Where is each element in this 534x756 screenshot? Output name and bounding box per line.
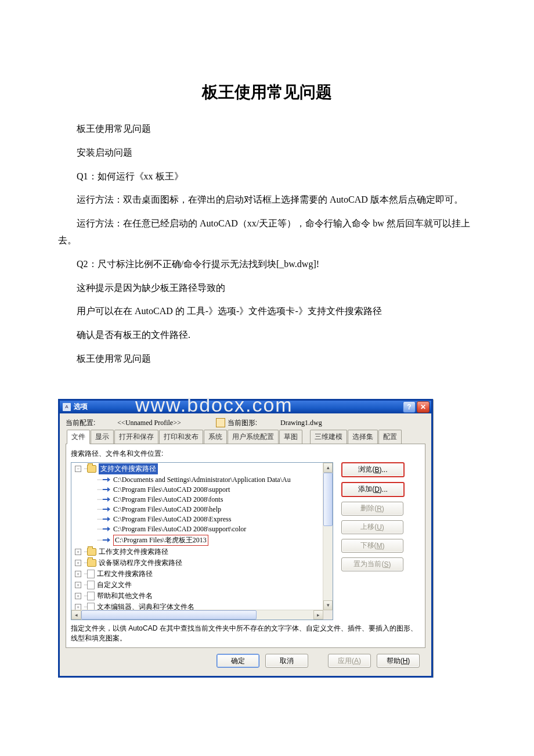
- scroll-left-icon[interactable]: ◂: [71, 610, 81, 620]
- page-title: 板王使用常见问题: [58, 81, 476, 103]
- tree-path[interactable]: C:\Documents and Settings\Administrator\…: [113, 476, 291, 484]
- tree-node-root[interactable]: 支持文件搜索路径: [99, 463, 158, 474]
- horizontal-scrollbar[interactable]: ◂ ▸: [71, 610, 323, 620]
- dialog-title: 选项: [74, 402, 402, 412]
- tab-drafting[interactable]: 草图: [279, 430, 302, 444]
- dialog-titlebar[interactable]: A 选项 ? ✕: [60, 401, 431, 413]
- arrow-icon: [103, 497, 111, 502]
- cancel-button[interactable]: 取消: [265, 654, 308, 668]
- arrow-icon: [103, 527, 111, 531]
- scroll-thumb[interactable]: [323, 473, 333, 526]
- paragraph: Q1：如何运行《xx 板王》: [58, 168, 476, 185]
- tree-path[interactable]: C:\Program Files\AutoCAD 2008\support\co…: [113, 525, 246, 534]
- browse-button[interactable]: 浏览(B)...: [341, 462, 405, 477]
- scroll-up-icon[interactable]: ▴: [323, 463, 333, 473]
- arrow-icon: [103, 487, 111, 492]
- document-icon: [87, 581, 95, 589]
- tab-profiles[interactable]: 配置: [378, 430, 402, 444]
- current-drawing-label: 当前图形:: [228, 418, 257, 428]
- tab-files[interactable]: 文件: [67, 430, 90, 444]
- tab-opensave[interactable]: 打开和保存: [114, 430, 158, 444]
- scroll-down-icon[interactable]: ▾: [323, 600, 333, 610]
- move-up-button[interactable]: 上移(U): [341, 520, 403, 534]
- tab-system[interactable]: 系统: [204, 430, 227, 444]
- add-button[interactable]: 添加(D)...: [341, 482, 405, 497]
- paragraph: Q2：尺寸标注比例不正确/命令行提示无法找到块[_bw.dwg]!: [58, 256, 476, 273]
- tab-userprefs[interactable]: 用户系统配置: [228, 430, 279, 444]
- expand-icon[interactable]: +: [75, 582, 81, 588]
- tree-path[interactable]: C:\Program Files\AutoCAD 2008\support: [113, 485, 230, 494]
- tree-node[interactable]: 自定义文件: [97, 580, 132, 590]
- options-dialog: www.bdocx.com A 选项 ? ✕ 当前配置: <<Unnamed P…: [58, 399, 433, 678]
- paragraph: 板王使用常见问题: [58, 121, 476, 138]
- tree-node[interactable]: 设备驱动程序文件搜索路径: [99, 558, 182, 568]
- tree-node[interactable]: 帮助和其他文件名: [97, 591, 153, 601]
- ok-button[interactable]: 确定: [217, 654, 259, 668]
- panel-subtitle: 搜索路径、文件名和文件位置:: [71, 449, 420, 459]
- move-down-button[interactable]: 下移(M): [341, 539, 403, 553]
- scroll-right-icon[interactable]: ▸: [313, 610, 323, 620]
- tab-strip: 文件 显示 打开和保存 打印和发布 系统 用户系统配置 草图 三维建模 选择集 …: [66, 431, 425, 444]
- expand-icon[interactable]: +: [75, 593, 81, 599]
- arrow-icon: [103, 507, 111, 512]
- tree-path-highlighted[interactable]: C:\Program Files\老虎板王2013: [113, 535, 208, 546]
- tree-node[interactable]: 工程文件搜索路径: [97, 569, 153, 579]
- paragraph: 安装启动问题: [58, 145, 476, 161]
- titlebar-help-button[interactable]: ?: [403, 401, 416, 413]
- paragraph: 用户可以在在 AutoCAD 的 工具-》选项-》文件选项卡-》支持文件搜索路径: [58, 303, 476, 320]
- document-icon: [87, 592, 95, 600]
- tree-path[interactable]: C:\Program Files\AutoCAD 2008\Express: [113, 515, 231, 524]
- paragraph: 运行方法：在任意已经启动的 AutoCAD（xx/天正等），命令行输入命令 bw…: [58, 215, 476, 249]
- current-drawing-value: Drawing1.dwg: [280, 419, 322, 427]
- paragraph: 确认是否有板王的文件路径.: [58, 327, 476, 344]
- tab-selection[interactable]: 选择集: [348, 430, 378, 444]
- tree-path[interactable]: C:\Program Files\AutoCAD 2008\help: [113, 505, 221, 514]
- paragraph: 板王使用常见问题: [58, 351, 476, 368]
- expand-icon[interactable]: +: [75, 560, 81, 566]
- paragraph: 运行方法：双击桌面图标，在弹出的启动对话框上选择需要的 AutoCAD 版本然后…: [58, 192, 476, 208]
- paragraph: 这种提示是因为缺少板王路径导致的: [58, 280, 476, 297]
- dwg-icon: [216, 418, 225, 427]
- apply-button[interactable]: 应用(A): [328, 654, 371, 668]
- tab-3dmodel[interactable]: 三维建模: [310, 430, 347, 444]
- arrow-icon: [103, 517, 111, 521]
- document-icon: [87, 570, 95, 578]
- expand-icon[interactable]: +: [75, 571, 81, 577]
- remove-button[interactable]: 删除(R): [341, 502, 403, 516]
- folder-open-icon: [87, 465, 96, 473]
- tree-node[interactable]: 工作支持文件搜索路径: [99, 547, 168, 557]
- current-profile-label: 当前配置:: [66, 418, 95, 428]
- tab-display[interactable]: 显示: [91, 430, 114, 444]
- folder-open-icon: [87, 559, 96, 567]
- arrow-icon: [103, 538, 111, 542]
- set-current-button[interactable]: 置为当前(S): [341, 557, 403, 571]
- hint-text: 指定文件夹，以供 AutoCAD 在其中查找当前文件夹中所不存在的文字字体、自定…: [71, 624, 420, 643]
- help-button[interactable]: 帮助(H): [377, 654, 420, 668]
- arrow-icon: [103, 477, 111, 482]
- expand-icon[interactable]: +: [75, 549, 81, 555]
- tab-plot[interactable]: 打印和发布: [159, 430, 203, 444]
- collapse-icon[interactable]: −: [75, 466, 81, 472]
- tree-view[interactable]: − ··· 支持文件搜索路径 ·····C:\Documents and Set…: [71, 462, 333, 620]
- folder-open-icon: [87, 548, 96, 556]
- app-icon: A: [63, 403, 71, 411]
- current-profile-value: <<Unnamed Profile>>: [117, 419, 181, 427]
- vertical-scrollbar[interactable]: ▴ ▾: [323, 463, 333, 610]
- titlebar-close-button[interactable]: ✕: [417, 401, 430, 413]
- tree-path[interactable]: C:\Program Files\AutoCAD 2008\fonts: [113, 495, 223, 504]
- scroll-thumb[interactable]: [81, 610, 257, 620]
